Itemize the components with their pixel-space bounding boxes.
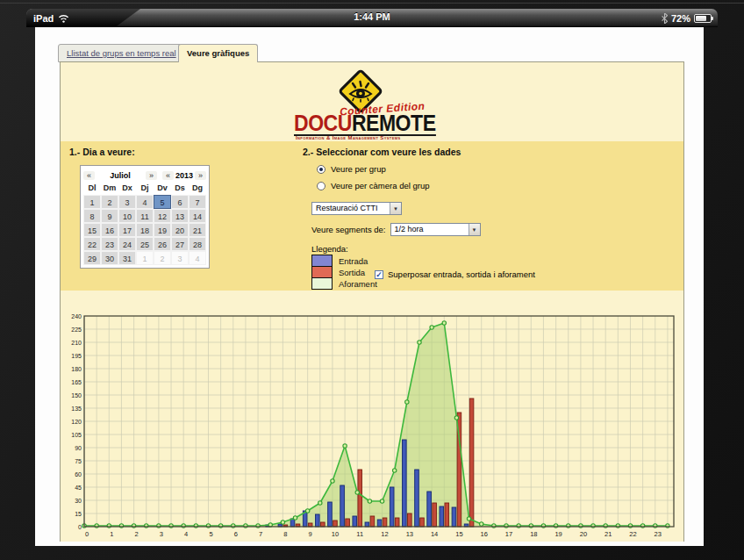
calendar-next-month-button[interactable]: » — [146, 171, 157, 180]
status-bar: iPad 1:44 PM 72% — [26, 9, 718, 27]
legend-label: Aforament — [339, 279, 377, 289]
calendar-day[interactable]: 27 — [171, 237, 189, 251]
calendar-day[interactable]: 29 — [83, 251, 101, 265]
calendar-day[interactable]: 18 — [136, 223, 154, 237]
calendar-day[interactable]: 15 — [83, 223, 101, 237]
svg-text:150: 150 — [71, 392, 82, 398]
clock: 1:44 PM — [26, 11, 718, 22]
calendar-weekday: Ds — [171, 183, 189, 195]
controls-band: 1.- Dia a veure: « Juliol » « 2013 » DlD… — [61, 141, 683, 291]
calendar-next-year-button[interactable]: » — [195, 171, 206, 180]
svg-text:15: 15 — [455, 530, 462, 538]
segments-label: Veure segments de: — [311, 225, 386, 234]
overlay-checkbox-label: Superposar entrada, sortida i aforament — [388, 269, 535, 279]
calendar-day[interactable]: 20 — [171, 223, 189, 237]
calendar-day[interactable]: 30 — [101, 251, 118, 265]
calendar-weekday: Dv — [154, 183, 171, 195]
calendar-day[interactable]: 31 — [118, 251, 136, 265]
tab-llistat-grups[interactable]: Llistat de grups en temps real — [58, 44, 185, 62]
svg-text:22: 22 — [629, 530, 636, 538]
battery-percent: 72% — [671, 13, 690, 24]
svg-text:75: 75 — [75, 458, 82, 464]
bluetooth-icon — [662, 13, 668, 24]
radio-label: Veure per grup — [331, 164, 386, 174]
svg-text:23: 23 — [655, 530, 662, 538]
svg-text:0: 0 — [78, 524, 82, 530]
logo-brand-text: DOCUREMOTE — [294, 112, 436, 136]
svg-text:15: 15 — [75, 511, 82, 517]
section-view-options: 2.- Seleccionar com veure les dades Veur… — [303, 147, 680, 290]
tab-veure-grafiques[interactable]: Veure gràfiques — [178, 44, 258, 62]
calendar-day[interactable]: 12 — [154, 209, 171, 223]
svg-text:4: 4 — [184, 530, 188, 538]
calendar-day[interactable]: 19 — [154, 223, 171, 237]
calendar-month-label: Juliol — [95, 171, 146, 180]
svg-text:11: 11 — [356, 530, 363, 538]
radio-button[interactable] — [317, 182, 326, 190]
segments-select[interactable]: 1/2 hora ▼ — [390, 223, 481, 236]
calendar-day[interactable]: 7 — [189, 195, 206, 209]
radio-button[interactable] — [317, 165, 326, 174]
calendar-weekday: Dx — [118, 183, 136, 195]
svg-text:20: 20 — [580, 530, 587, 538]
svg-text:16: 16 — [481, 530, 488, 538]
calendar-day[interactable]: 17 — [118, 223, 136, 237]
calendar-day[interactable]: 8 — [83, 209, 101, 223]
calendar-day[interactable]: 1 — [136, 251, 154, 265]
legend-label: Sortida — [339, 268, 365, 277]
svg-text:195: 195 — [71, 353, 82, 359]
calendar-prev-year-button[interactable]: « — [162, 171, 174, 180]
calendar-day[interactable]: 16 — [101, 223, 118, 237]
calendar-day-selected[interactable]: 5 — [154, 195, 171, 209]
chevron-down-icon[interactable]: ▼ — [469, 224, 480, 235]
calendar-day[interactable]: 26 — [154, 237, 171, 251]
calendar-day[interactable]: 10 — [118, 209, 136, 223]
calendar-day[interactable]: 4 — [136, 195, 154, 209]
calendar-day[interactable]: 23 — [101, 237, 118, 251]
calendar-day[interactable]: 3 — [118, 195, 136, 209]
calendar-day[interactable]: 11 — [136, 209, 154, 223]
svg-text:0: 0 — [85, 530, 89, 538]
calendar-day[interactable]: 21 — [189, 223, 206, 237]
calendar-day[interactable]: 14 — [189, 209, 206, 223]
calendar-prev-month-button[interactable]: « — [83, 171, 95, 180]
calendar-day[interactable]: 13 — [171, 209, 189, 223]
calendar-day[interactable]: 22 — [83, 237, 101, 251]
chevron-down-icon[interactable]: ▼ — [390, 203, 401, 214]
battery-icon — [694, 14, 712, 23]
calendar-day[interactable]: 3 — [171, 251, 189, 265]
calendar-day[interactable]: 24 — [118, 237, 136, 251]
svg-text:12: 12 — [381, 530, 388, 538]
calendar-day[interactable]: 28 — [189, 237, 206, 251]
calendar-widget: « Juliol » « 2013 » DlDmDxDjDvDsDg 12345… — [80, 165, 210, 269]
svg-text:19: 19 — [554, 530, 562, 538]
svg-text:30: 30 — [75, 498, 82, 504]
calendar-day-grid: 1234567891011121314151617181920212223242… — [83, 195, 206, 265]
svg-text:18: 18 — [530, 530, 537, 538]
legend-swatch — [311, 277, 333, 290]
calendar-weekday: Dl — [83, 183, 101, 195]
svg-text:9: 9 — [309, 530, 312, 538]
svg-text:210: 210 — [71, 340, 82, 346]
svg-text:10: 10 — [332, 530, 339, 538]
calendar-weekday: Dg — [189, 183, 206, 195]
overlay-checkbox[interactable]: ✓ — [375, 270, 383, 279]
battery-fill — [696, 16, 706, 21]
calendar-day[interactable]: 6 — [171, 195, 189, 209]
calendar-day[interactable]: 9 — [101, 209, 118, 223]
legend-swatch — [311, 255, 333, 267]
svg-text:225: 225 — [71, 327, 82, 333]
calendar-day[interactable]: 25 — [136, 237, 154, 251]
svg-text:17: 17 — [505, 530, 512, 538]
calendar-weekday: Dj — [136, 183, 154, 195]
group-select[interactable]: Restauració CTTI ▼ — [311, 202, 402, 215]
svg-text:14: 14 — [431, 530, 438, 538]
calendar-day[interactable]: 4 — [189, 251, 206, 265]
calendar-weekday: Dm — [101, 183, 118, 195]
section1-title: 1.- Dia a veure: — [69, 147, 135, 157]
calendar-day[interactable]: 1 — [83, 195, 101, 209]
svg-text:2: 2 — [135, 530, 139, 538]
calendar-day[interactable]: 2 — [154, 251, 171, 265]
logo-tagline: Information & Image Management Systems — [296, 135, 401, 140]
calendar-day[interactable]: 2 — [101, 195, 118, 209]
